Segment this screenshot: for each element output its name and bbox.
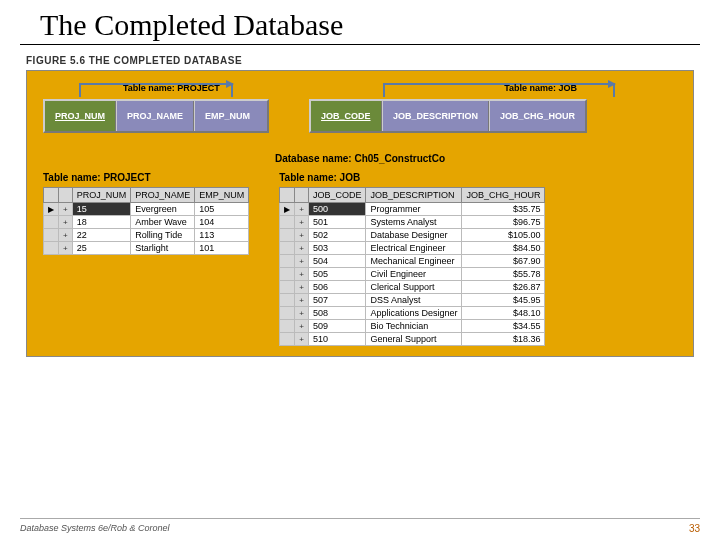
table-row: +509Bio Technician$34.55 — [280, 320, 545, 333]
cell: Programmer — [366, 203, 462, 216]
cell: Starlight — [131, 242, 195, 255]
cell: 504 — [308, 255, 366, 268]
table-row: ▶+500Programmer$35.75 — [280, 203, 545, 216]
page-number: 33 — [689, 523, 700, 534]
job-grid: JOB_CODEJOB_DESCRIPTIONJOB_CHG_HOUR▶+500… — [279, 187, 545, 346]
cell: Mechanical Engineer — [366, 255, 462, 268]
cell: 101 — [195, 242, 249, 255]
figure-box: Table name: PROJECT PROJ_NUMPROJ_NAMEEMP… — [26, 70, 694, 357]
table-row: +18Amber Wave104 — [44, 216, 249, 229]
job-data-caption: Table name: JOB — [279, 172, 677, 187]
schema-caption-job: Table name: JOB — [504, 83, 577, 93]
table-row: +505Civil Engineer$55.78 — [280, 268, 545, 281]
cell: Evergreen — [131, 203, 195, 216]
table-row: +502Database Designer$105.00 — [280, 229, 545, 242]
cell: $96.75 — [462, 216, 545, 229]
cell: Electrical Engineer — [366, 242, 462, 255]
footer: Database Systems 6e/Rob & Coronel 33 — [20, 518, 700, 534]
cell: DSS Analyst — [366, 294, 462, 307]
cell: 113 — [195, 229, 249, 242]
cell: 18 — [72, 216, 131, 229]
cell: $18.36 — [462, 333, 545, 346]
cell: Bio Technician — [366, 320, 462, 333]
table-row: +506Clerical Support$26.87 — [280, 281, 545, 294]
column-header: JOB_CHG_HOUR — [462, 188, 545, 203]
relation-arrow-job — [383, 83, 615, 85]
cell: 15 — [72, 203, 131, 216]
cell: $34.55 — [462, 320, 545, 333]
schema-column: PROJ_NAME — [117, 101, 195, 131]
table-row: +510General Support$18.36 — [280, 333, 545, 346]
schema-column: JOB_CODE — [311, 101, 383, 131]
table-row: +501Systems Analyst$96.75 — [280, 216, 545, 229]
cell: 500 — [308, 203, 366, 216]
cell: 509 — [308, 320, 366, 333]
cell: Amber Wave — [131, 216, 195, 229]
project-data-block: Table name: PROJECT PROJ_NUMPROJ_NAMEEMP… — [43, 172, 249, 255]
table-row: +508Applications Designer$48.10 — [280, 307, 545, 320]
cell: $84.50 — [462, 242, 545, 255]
schema-column: PROJ_NUM — [45, 101, 117, 131]
cell: $67.90 — [462, 255, 545, 268]
cell: 105 — [195, 203, 249, 216]
cell: Systems Analyst — [366, 216, 462, 229]
footer-credit: Database Systems 6e/Rob & Coronel — [20, 523, 170, 534]
cell: $35.75 — [462, 203, 545, 216]
cell: 506 — [308, 281, 366, 294]
column-header: JOB_CODE — [308, 188, 366, 203]
schema-column: JOB_DESCRIPTION — [383, 101, 490, 131]
cell: 507 — [308, 294, 366, 307]
schema-table-job: Table name: JOB JOB_CODEJOB_DESCRIPTIONJ… — [309, 99, 587, 133]
project-grid: PROJ_NUMPROJ_NAMEEMP_NUM▶+15Evergreen105… — [43, 187, 249, 255]
column-header: JOB_DESCRIPTION — [366, 188, 462, 203]
table-row: +504Mechanical Engineer$67.90 — [280, 255, 545, 268]
data-row: Table name: PROJECT PROJ_NUMPROJ_NAMEEMP… — [35, 172, 685, 346]
cell: 104 — [195, 216, 249, 229]
cell: $48.10 — [462, 307, 545, 320]
figure-label: FIGURE 5.6 THE COMPLETED DATABASE — [0, 45, 720, 70]
cell: 501 — [308, 216, 366, 229]
schema-table-project: Table name: PROJECT PROJ_NUMPROJ_NAMEEMP… — [43, 99, 269, 133]
schema-column: EMP_NUM — [195, 101, 267, 131]
cell: Applications Designer — [366, 307, 462, 320]
column-header: EMP_NUM — [195, 188, 249, 203]
column-header: PROJ_NAME — [131, 188, 195, 203]
database-name: Database name: Ch05_ConstructCo — [35, 139, 685, 172]
table-row: +25Starlight101 — [44, 242, 249, 255]
cell: General Support — [366, 333, 462, 346]
cell: 505 — [308, 268, 366, 281]
table-row: +503Electrical Engineer$84.50 — [280, 242, 545, 255]
schema-row: Table name: PROJECT PROJ_NUMPROJ_NAMEEMP… — [35, 81, 685, 139]
cell: 510 — [308, 333, 366, 346]
cell: $26.87 — [462, 281, 545, 294]
cell: 22 — [72, 229, 131, 242]
cell: $105.00 — [462, 229, 545, 242]
cell: $45.95 — [462, 294, 545, 307]
table-row: ▶+15Evergreen105 — [44, 203, 249, 216]
cell: 503 — [308, 242, 366, 255]
cell: 502 — [308, 229, 366, 242]
cell: 25 — [72, 242, 131, 255]
cell: Rolling Tide — [131, 229, 195, 242]
job-data-block: Table name: JOB JOB_CODEJOB_DESCRIPTIONJ… — [279, 172, 677, 346]
cell: Database Designer — [366, 229, 462, 242]
cell: Clerical Support — [366, 281, 462, 294]
table-row: +507DSS Analyst$45.95 — [280, 294, 545, 307]
slide-title: The Completed Database — [20, 0, 700, 45]
cell: 508 — [308, 307, 366, 320]
project-data-caption: Table name: PROJECT — [43, 172, 249, 187]
cell: $55.78 — [462, 268, 545, 281]
schema-column: JOB_CHG_HOUR — [490, 101, 585, 131]
column-header: PROJ_NUM — [72, 188, 131, 203]
table-row: +22Rolling Tide113 — [44, 229, 249, 242]
schema-caption-project: Table name: PROJECT — [123, 83, 220, 93]
cell: Civil Engineer — [366, 268, 462, 281]
